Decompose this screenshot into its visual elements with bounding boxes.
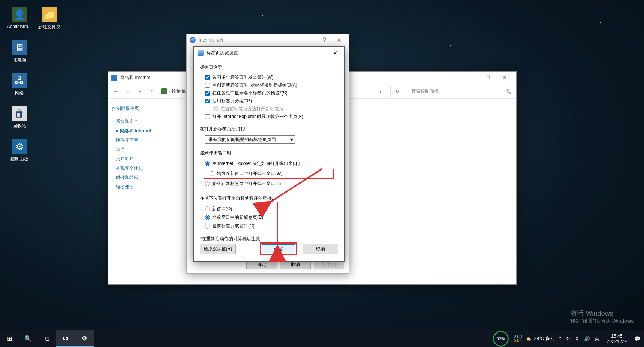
back-button[interactable]: ←: [111, 86, 121, 97]
restart-note: *在重新启动你的计算机后生效: [200, 236, 338, 242]
net-speed[interactable]: ↑ 0 K/s ↓ 0 K/s: [511, 334, 523, 343]
cancel-button[interactable]: 取消: [303, 244, 338, 254]
dialog-title: 标签页浏览设置: [207, 50, 329, 56]
weather-widget[interactable]: ⛅29°C 多云: [526, 335, 554, 342]
radio-ext-current-newtab[interactable]: 当前窗口中的新标签页(B): [200, 213, 338, 222]
internet-properties-titlebar[interactable]: Internet 属性 ? ✕: [187, 34, 349, 46]
search-icon: 🔍: [506, 89, 511, 94]
user-icon: 👤: [12, 7, 27, 22]
desktop-icon-admin[interactable]: 👤 Administra...: [5, 7, 34, 29]
folder-icon: 📁: [42, 7, 57, 22]
recycle-icon: 🗑: [12, 106, 27, 121]
checkbox-open-beside: 在当前标签页旁边打开新标签页: [200, 105, 338, 113]
desktop-icon-recycle[interactable]: 🗑 回收站: [5, 106, 34, 129]
dialog-title: Internet 属性: [199, 37, 318, 43]
tray-ime[interactable]: 英: [595, 335, 599, 342]
search-input[interactable]: 搜索控制面板 🔍: [409, 87, 514, 96]
weather-icon: ⛅: [526, 336, 532, 341]
control-panel-sidebar: 控制面板主页 系统和安全 网络和 Internet 硬件和声音 程序 用户帐户 …: [108, 99, 183, 284]
sidebar-item-programs[interactable]: 程序: [112, 145, 180, 154]
perf-gauge[interactable]: 92%: [493, 331, 509, 347]
up-button[interactable]: ↑: [147, 86, 157, 97]
checkbox-taskbar-preview[interactable]: 在任务栏中显示各个标签页的预览*(S): [200, 89, 338, 97]
maximize-button[interactable]: ☐: [479, 72, 496, 84]
radio-popup-new-tab[interactable]: 始终在新标签页中打开弹出窗口(T): [200, 179, 338, 188]
sidebar-title[interactable]: 控制面板主页: [112, 105, 180, 112]
sidebar-item-network[interactable]: 网络和 Internet: [112, 126, 180, 136]
activation-watermark: 激活 Windows 转到"设置"以激活 Windows。: [570, 309, 639, 325]
section-external-links: 在以下位置打开来自其他程序的链接:: [200, 195, 338, 202]
tray-volume-icon[interactable]: 🔊: [584, 336, 590, 341]
recent-button[interactable]: ▾: [135, 86, 145, 97]
radio-popup-ie-decide[interactable]: 由 Internet Explorer 决定如何打开弹出窗口(I): [200, 159, 338, 168]
desktop-icon-controlpanel[interactable]: ⚙ 控制面板: [5, 139, 34, 162]
sidebar-item-ease[interactable]: 轻松使用: [112, 182, 180, 192]
desktop-icon-label: Administra...: [5, 24, 34, 29]
sidebar-item-appearance[interactable]: 外观和个性化: [112, 164, 180, 173]
sidebar-item-clock[interactable]: 时钟和区域: [112, 173, 180, 182]
taskbar: ⊞ 🔍 ⧉ 🗂 ⚙ 92% ↑ 0 K/s ↓ 0 K/s ⛅29°C 多云 ˄…: [0, 330, 644, 347]
sidebar-item-hardware[interactable]: 硬件和声音: [112, 136, 180, 145]
checkbox-load-first-home[interactable]: 打开 Internet Explorer 时只加载第一个主页(F): [200, 113, 338, 121]
tray-sync-icon[interactable]: ↻: [566, 336, 570, 341]
computer-icon: 🖥: [12, 40, 27, 55]
checkbox-switch-newtab[interactable]: 当创建新标签页时, 始终切换到新标签页(A): [200, 81, 338, 89]
forward-button[interactable]: →: [123, 86, 133, 97]
tray-chevron-icon[interactable]: ˄: [559, 336, 562, 341]
refresh-button[interactable]: ⟳: [390, 86, 404, 97]
control-panel-icon: ⚙: [12, 139, 27, 154]
checkbox-warn-close[interactable]: 关闭多个标签页时发出警告(W): [200, 73, 338, 81]
radio-popup-new-window[interactable]: 始终在新窗口中打开弹出窗口(W): [204, 169, 334, 179]
minimize-button[interactable]: ─: [463, 72, 479, 84]
ok-highlight: 确定: [260, 242, 297, 255]
checkbox-tab-groups[interactable]: 启用标签页分组*(G): [200, 97, 338, 105]
close-button[interactable]: ✕: [329, 48, 341, 57]
internet-icon: [190, 37, 196, 43]
desktop-icon-network[interactable]: 🖧 网络: [5, 73, 34, 96]
breadcrumb-dropdown[interactable]: ▾: [375, 86, 386, 97]
sidebar-item-accounts[interactable]: 用户帐户: [112, 154, 180, 164]
search-button[interactable]: 🔍: [19, 330, 37, 347]
internet-icon: [198, 50, 204, 56]
desktop-icon-label: 新建文件夹: [35, 24, 64, 30]
close-button[interactable]: ✕: [496, 72, 513, 84]
desktop-icon-thispc[interactable]: 🖥 此电脑: [5, 40, 34, 63]
help-button[interactable]: ?: [318, 37, 332, 43]
taskbar-app-control[interactable]: ⚙: [75, 330, 94, 347]
section-tabbrowsing: 标签页浏览: [200, 64, 338, 70]
close-button[interactable]: ✕: [332, 37, 346, 44]
taskview-button[interactable]: ⧉: [37, 330, 56, 347]
start-button[interactable]: ⊞: [0, 330, 19, 347]
control-panel-title-icon: [111, 75, 117, 81]
radio-ext-new-window[interactable]: 新窗口(O): [200, 205, 338, 213]
tray-notifications-icon[interactable]: 💬: [634, 336, 640, 341]
search-placeholder: 搜索控制面板: [412, 88, 439, 94]
desktop-icon-newfolder[interactable]: 📁 新建文件夹: [35, 7, 64, 30]
ok-button[interactable]: 确定: [262, 244, 295, 253]
taskbar-app-explorer[interactable]: 🗂: [56, 330, 75, 347]
desktop-icon-label: 网络: [5, 90, 34, 96]
tray-network-icon[interactable]: 🖧: [575, 336, 580, 341]
section-popup: 遇到弹出窗口时:: [200, 150, 338, 156]
desktop-icon-label: 此电脑: [5, 57, 34, 63]
section-newtab: 在打开新标签页后, 打开:: [200, 126, 338, 132]
restore-defaults-button[interactable]: 还原默认值(R): [200, 244, 236, 254]
network-icon: 🖧: [12, 73, 27, 88]
desktop-icon-label: 控制面板: [5, 156, 34, 162]
tab-settings-dialog: 标签页浏览设置 ✕ 标签页浏览 关闭多个标签页时发出警告(W) 当创建新标签页时…: [193, 46, 345, 262]
tab-settings-titlebar[interactable]: 标签页浏览设置 ✕: [194, 47, 344, 59]
desktop-icon-label: 回收站: [5, 123, 34, 129]
control-panel-crumb-icon: [161, 88, 167, 94]
newtab-select[interactable]: 带有我的新闻提要的新标签页页面: [205, 135, 295, 144]
sidebar-item-system[interactable]: 系统和安全: [112, 117, 180, 126]
tray-clock[interactable]: 15:45 2022/8/29: [604, 334, 630, 344]
radio-ext-current-tab[interactable]: 当前标签页或窗口(C): [200, 222, 338, 230]
